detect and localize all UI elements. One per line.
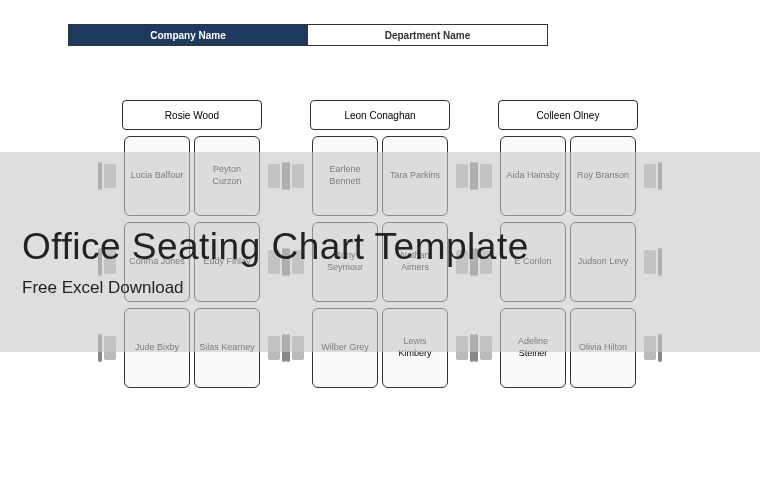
- cluster-head: Colleen Olney: [498, 100, 638, 130]
- cluster-head: Rosie Wood: [122, 100, 262, 130]
- department-name-cell: Department Name: [308, 24, 548, 46]
- cluster-head: Leon Conaghan: [310, 100, 450, 130]
- overlay-subtitle: Free Excel Download: [22, 278, 184, 298]
- overlay-title: Office Seating Chart Template: [22, 226, 529, 268]
- header-row: Company Name Department Name: [68, 24, 548, 46]
- company-name-cell: Company Name: [68, 24, 308, 46]
